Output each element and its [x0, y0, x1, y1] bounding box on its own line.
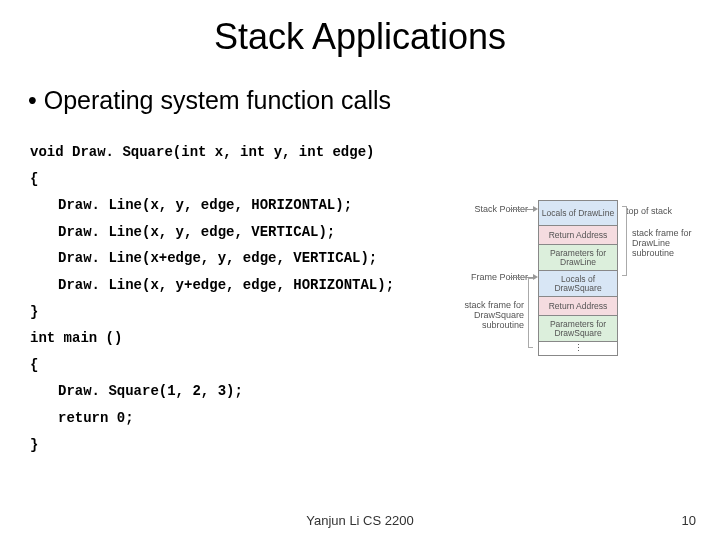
- slide-number: 10: [682, 513, 696, 528]
- arrow-icon: [510, 209, 534, 210]
- stack-cell-dots: ⋮: [538, 342, 618, 356]
- code-line: void Draw. Square(int x, int y, int edge…: [30, 139, 720, 166]
- code-line: }: [30, 432, 720, 459]
- frame-label-drawline: stack frame for DrawLine subroutine: [632, 228, 702, 258]
- code-line: Draw. Square(1, 2, 3);: [30, 378, 720, 405]
- bracket-icon: [528, 278, 533, 348]
- slide-title: Stack Applications: [0, 0, 720, 58]
- code-line: return 0;: [30, 405, 720, 432]
- code-line: {: [30, 166, 720, 193]
- bullet-os-function-calls: • Operating system function calls: [0, 58, 720, 115]
- stack-cell-return-addr: Return Address: [538, 226, 618, 245]
- footer-author: Yanjun Li CS 2200: [0, 513, 720, 528]
- stack-cell-locals-drawsquare: Locals of DrawSquare: [538, 271, 618, 297]
- stack-column: Locals of DrawLine Return Address Parame…: [538, 200, 618, 356]
- top-of-stack-label: top of stack: [626, 206, 672, 216]
- stack-cell-params-drawsquare: Parameters for DrawSquare: [538, 316, 618, 342]
- bracket-icon: [622, 206, 627, 276]
- stack-cell-params-drawline: Parameters for DrawLine: [538, 245, 618, 271]
- stack-cell-return-addr: Return Address: [538, 297, 618, 316]
- stack-cell-locals-drawline: Locals of DrawLine: [538, 200, 618, 226]
- frame-label-drawsquare: stack frame for DrawSquare subroutine: [448, 300, 524, 330]
